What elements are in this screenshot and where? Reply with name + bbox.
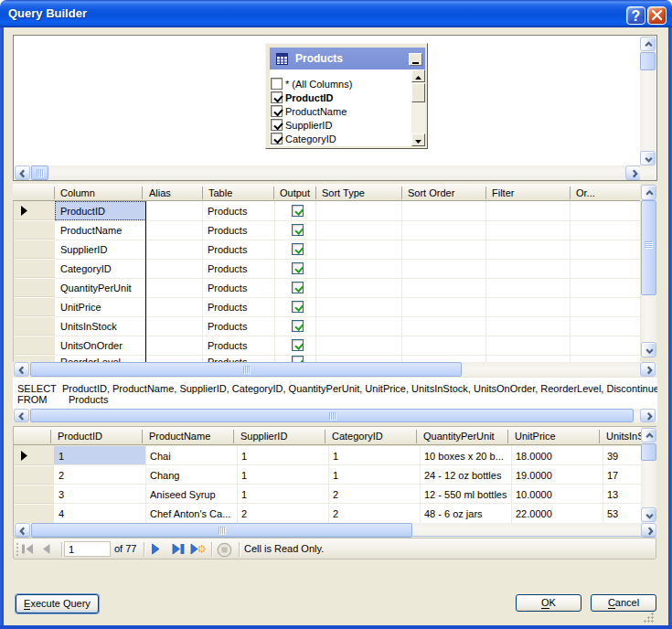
svg-text:?: ? [632,8,641,24]
